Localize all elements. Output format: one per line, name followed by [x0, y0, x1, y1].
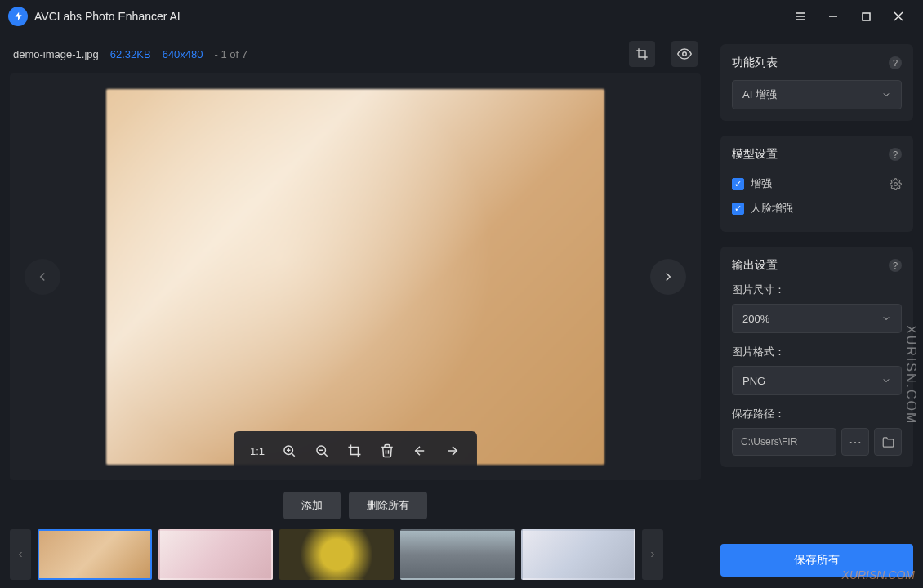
thumbnail-3[interactable] — [279, 529, 394, 580]
image-format-select[interactable]: PNG — [732, 366, 902, 395]
delete-button[interactable] — [374, 438, 400, 464]
undo-button[interactable] — [407, 438, 433, 464]
thumbnail-1[interactable] — [38, 529, 152, 580]
svg-point-17 — [894, 182, 898, 185]
file-dimensions: 640x480 — [163, 48, 203, 60]
thumbnail-2[interactable] — [158, 529, 273, 580]
main-preview-image — [106, 89, 604, 465]
more-path-button[interactable]: ⋯ — [841, 428, 869, 456]
svg-line-9 — [292, 453, 295, 457]
add-button[interactable]: 添加 — [283, 492, 341, 519]
help-icon[interactable]: ? — [889, 259, 902, 272]
thumbnail-strip — [10, 529, 701, 580]
crop-button[interactable] — [629, 41, 655, 67]
thumb-prev-button[interactable] — [10, 529, 31, 580]
save-path-label: 保存路径： — [732, 407, 902, 421]
svg-line-13 — [324, 453, 328, 457]
image-size-value: 200% — [742, 313, 769, 325]
menu-button[interactable] — [784, 4, 817, 29]
app-logo — [8, 7, 28, 26]
enhance-label: 增强 — [751, 176, 772, 191]
settings-icon[interactable] — [890, 178, 902, 190]
enhance-checkbox[interactable] — [732, 178, 744, 190]
image-size-label: 图片尺寸： — [732, 283, 902, 297]
feature-select[interactable]: AI 增强 — [732, 80, 902, 109]
prev-image-button[interactable] — [25, 259, 60, 295]
face-enhance-checkbox[interactable] — [732, 203, 744, 215]
svg-rect-4 — [863, 13, 870, 20]
feature-select-value: AI 增强 — [742, 87, 777, 102]
output-settings-panel: 输出设置 ? 图片尺寸： 200% 图片格式： PNG 保存路径： C:\Use… — [720, 247, 913, 467]
redo-button[interactable] — [439, 438, 466, 464]
image-format-value: PNG — [742, 375, 765, 387]
crop-tool-button[interactable] — [341, 438, 368, 464]
chevron-down-icon — [881, 376, 891, 385]
app-title: AVCLabs Photo Enhancer AI — [34, 10, 181, 23]
chevron-down-icon — [881, 314, 891, 323]
save-all-button[interactable]: 保存所有 — [720, 544, 913, 577]
svg-point-7 — [683, 52, 687, 56]
titlebar: AVCLabs Photo Enhancer AI — [0, 0, 923, 33]
delete-all-button[interactable]: 删除所有 — [349, 492, 427, 519]
model-settings-panel: 模型设置 ? 增强 人脸增强 — [720, 136, 913, 232]
close-button[interactable] — [882, 4, 915, 29]
thumb-next-button[interactable] — [642, 529, 663, 580]
zoom-out-button[interactable] — [309, 438, 335, 464]
zoom-in-button[interactable] — [276, 438, 302, 464]
file-size: 62.32KB — [110, 48, 151, 60]
help-icon[interactable]: ? — [889, 56, 902, 69]
file-info-bar: demo-image-1.jpg 62.32KB 640x480 - 1 of … — [10, 41, 701, 67]
image-format-label: 图片格式： — [732, 345, 902, 359]
maximize-button[interactable] — [849, 4, 882, 29]
help-icon[interactable]: ? — [889, 148, 902, 161]
file-index: - 1 of 7 — [215, 48, 247, 60]
next-image-button[interactable] — [650, 259, 686, 295]
face-enhance-label: 人脸增强 — [751, 201, 793, 216]
floating-toolbar: 1:1 — [234, 431, 477, 470]
feature-list-title: 功能列表 — [732, 56, 778, 70]
feature-list-panel: 功能列表 ? AI 增强 — [720, 44, 913, 121]
chevron-down-icon — [881, 90, 891, 100]
file-name: demo-image-1.jpg — [13, 48, 99, 60]
thumbnail-4[interactable] — [400, 529, 515, 580]
actions-row: 添加 删除所有 — [10, 492, 701, 519]
minimize-button[interactable] — [817, 4, 849, 29]
output-settings-title: 输出设置 — [732, 258, 778, 273]
thumbnail-5[interactable] — [521, 529, 635, 580]
preview-area: 1:1 — [10, 74, 701, 480]
browse-folder-button[interactable] — [874, 428, 902, 456]
ratio-button[interactable]: 1:1 — [245, 445, 270, 457]
image-size-select[interactable]: 200% — [732, 304, 902, 333]
save-path-input[interactable]: C:\Users\FIR — [732, 428, 836, 456]
model-settings-title: 模型设置 — [732, 147, 778, 162]
save-path-value: C:\Users\FIR — [741, 436, 797, 448]
preview-button[interactable] — [671, 41, 698, 67]
